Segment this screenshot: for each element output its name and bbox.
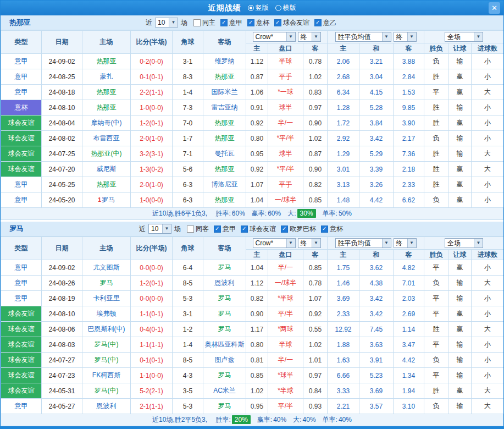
checkbox-checked-icon[interactable] (281, 226, 288, 233)
away-team[interactable]: 罗马 (203, 260, 246, 276)
final-odds-select[interactable]: 终 (298, 32, 321, 42)
team-section-roma: 罗马 近 10 场 同客意甲球会友谊欧罗巴杯意杯 类型 日期 主场 比分(半 (1, 222, 503, 426)
recent-count-select[interactable]: 10 (148, 224, 171, 234)
away-team[interactable]: 国际米兰 (203, 85, 246, 100)
checkbox-checked-icon[interactable] (220, 19, 228, 26)
home-team[interactable]: 罗马(中) (82, 353, 131, 368)
away-team[interactable]: AC米兰 (203, 383, 246, 399)
away-team[interactable]: 图卢兹 (203, 353, 246, 368)
away-team[interactable]: 热那亚 (203, 162, 246, 177)
handicap: 平/半 (268, 306, 303, 322)
home-team[interactable]: 威尼斯 (82, 162, 131, 177)
match-date: 24-08-10 (42, 306, 82, 322)
filter-意乙[interactable]: 意乙 (314, 18, 336, 28)
filter-意杯[interactable]: 意杯 (321, 224, 343, 234)
away-team[interactable]: 维罗纳 (203, 54, 246, 69)
away-team[interactable]: 热那亚 (203, 193, 246, 208)
away-team[interactable]: 罗马 (203, 322, 246, 337)
layout-horizontal-radio[interactable]: 横版 (275, 3, 296, 13)
scope-select[interactable]: 全场 (445, 32, 483, 42)
avg-odds-select[interactable]: 胜平负均值 (335, 32, 391, 42)
avg-draw: 3.42 (359, 291, 394, 306)
away-team[interactable]: 罗马 (203, 306, 246, 322)
home-team[interactable]: 蒙扎 (82, 69, 131, 85)
result: 胜 (424, 177, 448, 193)
goals-result: 小 (472, 116, 504, 131)
home-team[interactable]: 罗马(中) (82, 337, 131, 353)
checkbox-checked-icon[interactable] (321, 226, 328, 233)
layout-vertical-radio[interactable]: 竖版 (248, 3, 269, 13)
handicap: *平/半 (268, 162, 303, 177)
away-team[interactable]: 热那亚 (203, 69, 246, 85)
avg-away: 3.47 (394, 337, 424, 353)
home-odds: 0.95 (246, 146, 268, 162)
away-team[interactable]: 曼托瓦 (203, 146, 246, 162)
away-team[interactable]: 雷吉亚纳 (203, 100, 246, 116)
checkbox-checked-icon[interactable] (314, 19, 322, 26)
home-team[interactable]: 热那亚 (82, 100, 131, 116)
away-team[interactable]: 罗马 (203, 399, 246, 414)
avg-away: 4.42 (394, 353, 424, 368)
avg-draw: 5.29 (359, 146, 394, 162)
avg-draw: 3.69 (359, 383, 394, 399)
home-team[interactable]: 罗马 (82, 276, 131, 291)
filter-球会友谊[interactable]: 球会友谊 (241, 224, 276, 234)
home-team[interactable]: 布雷西亚 (82, 131, 131, 146)
filter-欧罗巴杯[interactable]: 欧罗巴杯 (281, 224, 316, 234)
recent-count-select[interactable]: 10 (155, 18, 178, 28)
checkbox-checked-icon[interactable] (274, 19, 281, 26)
goals-result: 小 (472, 177, 504, 193)
final-avg-select[interactable]: 终 (394, 238, 417, 248)
checkbox-checked-icon[interactable] (214, 226, 221, 233)
handicap: 半球 (268, 337, 303, 353)
away-team[interactable]: 热那亚 (203, 116, 246, 131)
home-team[interactable]: 埃弗顿 (82, 306, 131, 322)
home-team[interactable]: 热那亚 (82, 85, 131, 100)
filter-label: 意甲 (223, 224, 236, 234)
home-team[interactable]: 1罗马 (82, 193, 131, 208)
avg-draw: 4.15 (359, 85, 394, 100)
filter-球会友谊[interactable]: 球会友谊 (274, 18, 309, 28)
avg-home: 1.72 (328, 116, 359, 131)
away-team[interactable]: 罗马 (203, 368, 246, 383)
checkbox-checked-icon[interactable] (241, 226, 248, 233)
checkbox-checked-icon[interactable] (247, 19, 254, 26)
filter-同主[interactable]: 同主 (193, 18, 215, 28)
checkbox-icon[interactable] (193, 19, 201, 26)
home-team[interactable]: 罗马(中) (82, 383, 131, 399)
away-team[interactable]: 奥林匹亚科斯 (203, 337, 246, 353)
away-team[interactable]: 恩波利 (203, 276, 246, 291)
home-odds: 1.12 (246, 276, 268, 291)
home-team[interactable]: 热那亚(中) (82, 146, 131, 162)
filter-同客[interactable]: 同客 (187, 224, 209, 234)
league-filter-checkboxes: 同客意甲球会友谊欧罗巴杯意杯 (187, 224, 343, 234)
col-score: 比分(半场) (131, 237, 173, 260)
result: 负 (424, 353, 448, 368)
avg-odds-select[interactable]: 胜平负均值 (335, 238, 391, 248)
away-team[interactable]: 博洛尼亚 (203, 177, 246, 193)
close-icon[interactable]: ✕ (489, 2, 500, 14)
home-team[interactable]: 卡利亚里 (82, 291, 131, 306)
away-team[interactable]: 热那亚 (203, 131, 246, 146)
handicap-result: 输 (448, 337, 472, 353)
home-team[interactable]: 尤文图斯 (82, 260, 131, 276)
filter-意杯[interactable]: 意杯 (247, 18, 269, 28)
home-team[interactable]: 摩纳哥(中) (82, 116, 131, 131)
rank-badge: 1 (98, 196, 101, 203)
home-team[interactable]: 热那亚 (82, 54, 131, 69)
checkbox-icon[interactable] (187, 226, 194, 233)
scope-select[interactable]: 全场 (445, 238, 483, 248)
final-avg-select[interactable]: 终 (394, 32, 417, 42)
away-team[interactable]: 罗马 (203, 291, 246, 306)
home-team[interactable]: 热那亚 (82, 177, 131, 193)
home-team[interactable]: FK柯西斯 (82, 368, 131, 383)
home-team[interactable]: 恩波利 (82, 399, 131, 414)
filter-意甲[interactable]: 意甲 (214, 224, 236, 234)
bookmaker-select[interactable]: Crow* (253, 32, 296, 42)
filter-意甲[interactable]: 意甲 (220, 18, 242, 28)
corners: 5-6 (173, 162, 203, 177)
home-team[interactable]: 巴恩斯利(中) (82, 322, 131, 337)
final-odds-select[interactable]: 终 (298, 238, 321, 248)
match-row: 意甲24-08-26罗马1-2(0-1)8-5恩波利1.12一/球半0.781.… (1, 276, 504, 291)
bookmaker-select[interactable]: Crow* (253, 238, 296, 248)
